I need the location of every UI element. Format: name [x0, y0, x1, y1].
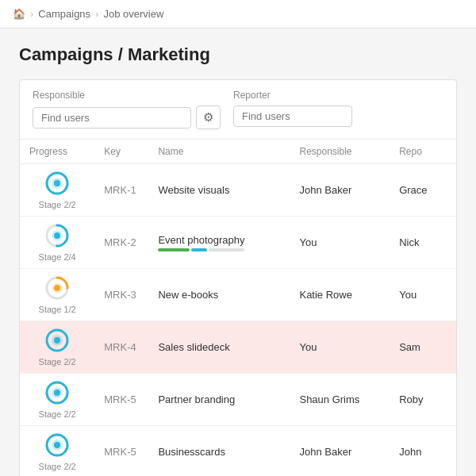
- responsible-filter-group: Responsible ⚙: [33, 90, 221, 129]
- table-row[interactable]: Stage 2/2 MRK-5 Partner branding Shaun G…: [20, 374, 456, 426]
- stage-label: Stage 2/2: [39, 409, 76, 419]
- name-cell[interactable]: Sales slidedeck: [148, 321, 290, 374]
- progress-indicator: Stage 2/2: [29, 380, 85, 419]
- table-row[interactable]: Stage 2/2 MRK-1 Website visuals John Bak…: [20, 164, 456, 217]
- stage-label: Stage 2/4: [39, 252, 76, 262]
- chevron-icon: ›: [30, 8, 33, 20]
- progress-indicator: Stage 1/2: [29, 275, 85, 314]
- reporter-cell: Nick: [390, 217, 456, 269]
- key-cell: MRK-4: [94, 321, 148, 374]
- filters-bar: Responsible ⚙ Reporter: [20, 80, 456, 140]
- svg-point-23: [54, 442, 60, 448]
- stage-label: Stage 1/2: [39, 305, 76, 314]
- settings-button[interactable]: ⚙: [196, 106, 221, 129]
- home-icon[interactable]: 🏠: [13, 8, 25, 20]
- responsible-cell: Shaun Grims: [290, 374, 390, 426]
- progress-cell: Stage 2/2: [20, 374, 94, 426]
- stage-circle: [44, 223, 70, 251]
- responsible-search-input[interactable]: [33, 107, 191, 129]
- reporter-label: Reporter: [233, 90, 352, 101]
- reporter-filter-row: [233, 106, 352, 127]
- stage-circle: [44, 275, 70, 303]
- stage-circle: [44, 328, 70, 355]
- reporter-cell: Roby: [390, 374, 456, 426]
- breadcrumb-campaigns[interactable]: Campaigns: [38, 8, 90, 20]
- stage-circle: [44, 171, 70, 198]
- responsible-cell: Katie Rowe: [290, 269, 390, 321]
- col-progress: Progress: [20, 140, 94, 164]
- responsible-cell: You: [290, 217, 390, 269]
- svg-point-19: [54, 390, 60, 396]
- key-cell: MRK-3: [94, 269, 148, 321]
- breadcrumb-job-overview: Job overview: [103, 8, 163, 20]
- progress-indicator: Stage 2/2: [29, 432, 85, 471]
- key-cell: MRK-5: [94, 426, 148, 477]
- key-cell: MRK-1: [94, 164, 148, 217]
- col-key: Key: [94, 140, 148, 164]
- table-row[interactable]: Stage 1/2 MRK-3 New e-books Katie Rowe Y…: [20, 269, 456, 321]
- progress-indicator: Stage 2/2: [29, 171, 85, 209]
- stage-label: Stage 2/2: [39, 462, 76, 471]
- name-cell[interactable]: New e-books: [148, 269, 290, 321]
- table-row[interactable]: Stage 2/2 MRK-5 Businesscards John Baker…: [20, 426, 456, 477]
- key-cell: MRK-5: [94, 374, 148, 426]
- progress-cell: Stage 2/4: [20, 217, 94, 269]
- col-reporter: Repo: [390, 140, 456, 164]
- name-cell[interactable]: Website visuals: [148, 164, 290, 217]
- svg-point-15: [54, 337, 60, 344]
- reporter-filter-group: Reporter: [233, 90, 352, 129]
- progress-bar: [158, 248, 280, 251]
- jobs-table: Progress Key Name Responsible Repo Stage…: [20, 140, 456, 476]
- name-cell[interactable]: Partner branding: [148, 374, 290, 426]
- name-cell[interactable]: Event photography: [148, 217, 290, 269]
- reporter-cell: You: [390, 269, 456, 321]
- responsible-label: Responsible: [33, 90, 221, 101]
- bar-blue: [191, 248, 207, 251]
- name-cell[interactable]: Businesscards: [148, 426, 290, 477]
- col-responsible: Responsible: [290, 140, 390, 164]
- bar-gray: [209, 248, 244, 251]
- key-cell: MRK-2: [94, 217, 148, 269]
- reporter-cell: Grace: [390, 164, 456, 217]
- chevron-icon-2: ›: [95, 8, 98, 20]
- main-card: Responsible ⚙ Reporter Progress Key Name: [19, 79, 457, 476]
- progress-indicator: Stage 2/4: [29, 223, 85, 262]
- svg-point-11: [54, 285, 60, 291]
- progress-cell: Stage 2/2: [20, 321, 94, 374]
- progress-cell: Stage 1/2: [20, 269, 94, 321]
- page-title: Campaigns / Marketing: [19, 44, 457, 65]
- stage-circle: [44, 380, 70, 408]
- progress-cell: Stage 2/2: [20, 164, 94, 217]
- stage-label: Stage 2/2: [39, 200, 76, 209]
- responsible-cell: John Baker: [290, 164, 390, 217]
- responsible-cell: You: [290, 321, 390, 374]
- stage-label: Stage 2/2: [39, 357, 76, 367]
- svg-point-7: [54, 232, 60, 239]
- progress-cell: Stage 2/2: [20, 426, 94, 477]
- reporter-cell: John: [390, 426, 456, 477]
- table-row[interactable]: Stage 2/4 MRK-2 Event photography You Ni…: [20, 217, 456, 269]
- responsible-cell: John Baker: [290, 426, 390, 477]
- reporter-cell: Sam: [390, 321, 456, 374]
- stage-circle: [44, 432, 70, 460]
- responsible-filter-row: ⚙: [33, 106, 221, 129]
- col-name: Name: [148, 140, 290, 164]
- svg-point-3: [54, 180, 60, 186]
- table-row[interactable]: Stage 2/2 MRK-4 Sales slidedeck You Sam: [20, 321, 456, 374]
- progress-indicator: Stage 2/2: [29, 328, 85, 367]
- table-header-row: Progress Key Name Responsible Repo: [20, 140, 456, 164]
- reporter-search-input[interactable]: [233, 106, 352, 127]
- breadcrumb: 🏠 › Campaigns › Job overview: [0, 0, 476, 29]
- bar-green: [158, 248, 190, 251]
